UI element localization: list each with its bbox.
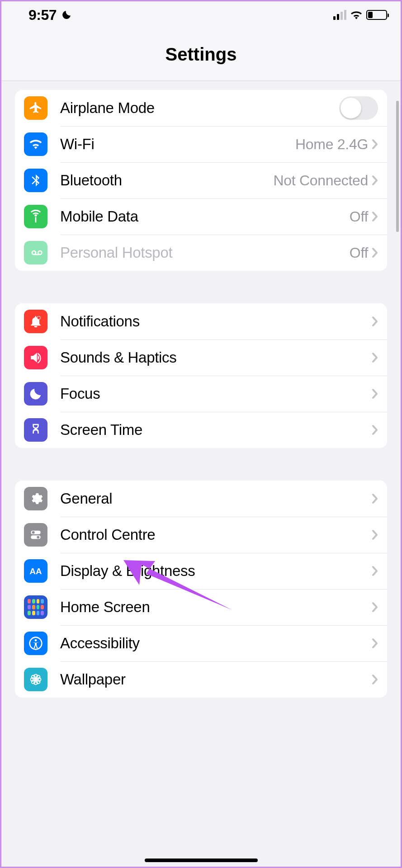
chevron-right-icon — [372, 566, 378, 576]
row-accessibility[interactable]: Accessibility — [15, 625, 387, 661]
wifi-icon — [24, 132, 47, 156]
airplane-toggle[interactable] — [339, 96, 378, 120]
row-notifications[interactable]: Notifications — [15, 303, 387, 340]
chevron-right-icon — [372, 493, 378, 504]
row-label: Mobile Data — [60, 208, 138, 225]
row-wifi[interactable]: Wi-Fi Home 2.4G — [15, 126, 387, 162]
home-screen-icon — [24, 595, 47, 619]
chevron-right-icon — [372, 175, 378, 186]
row-label: Wi-Fi — [60, 136, 94, 153]
row-control-centre[interactable]: Control Centre — [15, 517, 387, 553]
row-value: Not Connected — [273, 172, 368, 189]
row-wallpaper[interactable]: Wallpaper — [15, 661, 387, 698]
row-value: Off — [350, 245, 368, 261]
row-bluetooth[interactable]: Bluetooth Not Connected — [15, 162, 387, 198]
cellular-signal-icon — [333, 10, 346, 20]
general-icon — [24, 487, 47, 510]
row-value: Home 2.4G — [295, 136, 368, 153]
chevron-right-icon — [372, 139, 378, 150]
svg-point-5 — [37, 536, 39, 538]
row-focus[interactable]: Focus — [15, 376, 387, 412]
settings-list[interactable]: Airplane Mode Wi-Fi Home 2.4G Bluetooth — [1, 81, 401, 698]
accessibility-icon — [24, 632, 47, 655]
row-label: Screen Time — [60, 421, 142, 439]
svg-text:AA: AA — [30, 566, 42, 576]
row-airplane-mode[interactable]: Airplane Mode — [15, 90, 387, 126]
row-mobile-data[interactable]: Mobile Data Off — [15, 198, 387, 235]
row-value: Off — [350, 208, 368, 225]
chevron-right-icon — [372, 316, 378, 327]
row-label: Home Screen — [60, 599, 150, 616]
row-screen-time[interactable]: Screen Time — [15, 412, 387, 448]
airplane-icon — [24, 96, 47, 120]
svg-point-8 — [35, 639, 37, 642]
row-label: Notifications — [60, 313, 140, 330]
sounds-icon — [24, 346, 47, 369]
row-sounds-haptics[interactable]: Sounds & Haptics — [15, 340, 387, 376]
chevron-right-icon — [372, 247, 378, 258]
chevron-right-icon — [372, 602, 378, 613]
row-general[interactable]: General — [15, 481, 387, 517]
group-connectivity: Airplane Mode Wi-Fi Home 2.4G Bluetooth — [15, 90, 387, 271]
chevron-right-icon — [372, 529, 378, 540]
page-title: Settings — [1, 28, 401, 81]
status-bar: 9:57 — [1, 1, 401, 28]
do-not-disturb-icon — [61, 9, 72, 20]
bluetooth-icon — [24, 169, 47, 192]
row-personal-hotspot[interactable]: Personal Hotspot Off — [15, 235, 387, 271]
focus-icon — [24, 382, 47, 406]
status-time: 9:57 — [28, 7, 57, 24]
chevron-right-icon — [372, 352, 378, 363]
control-centre-icon — [24, 523, 47, 547]
group-system: General Control Centre AA Display & Brig… — [15, 481, 387, 698]
svg-point-3 — [32, 531, 35, 534]
wallpaper-icon — [24, 668, 47, 691]
wifi-status-icon — [350, 10, 363, 20]
row-label: Control Centre — [60, 526, 155, 543]
row-display-brightness[interactable]: AA Display & Brightness — [15, 553, 387, 589]
row-label: Focus — [60, 385, 100, 402]
notifications-icon — [24, 310, 47, 333]
screen-time-icon — [24, 418, 47, 442]
row-label: Airplane Mode — [60, 99, 155, 117]
chevron-right-icon — [372, 674, 378, 685]
row-label: Bluetooth — [60, 172, 122, 189]
row-label: Display & Brightness — [60, 562, 195, 580]
row-label: Sounds & Haptics — [60, 349, 177, 366]
chevron-right-icon — [372, 638, 378, 649]
hotspot-icon — [24, 241, 47, 264]
chevron-right-icon — [372, 425, 378, 435]
row-label: Wallpaper — [60, 671, 126, 688]
row-label: General — [60, 490, 112, 507]
row-label: Accessibility — [60, 635, 140, 652]
display-icon: AA — [24, 559, 47, 583]
chevron-right-icon — [372, 211, 378, 222]
row-label: Personal Hotspot — [60, 244, 172, 261]
battery-icon — [366, 10, 387, 20]
cellular-icon — [24, 205, 47, 228]
svg-point-1 — [38, 316, 40, 319]
chevron-right-icon — [372, 388, 378, 399]
group-alerts: Notifications Sounds & Haptics Focus — [15, 303, 387, 448]
row-home-screen[interactable]: Home Screen — [15, 589, 387, 625]
home-indicator — [145, 859, 258, 862]
